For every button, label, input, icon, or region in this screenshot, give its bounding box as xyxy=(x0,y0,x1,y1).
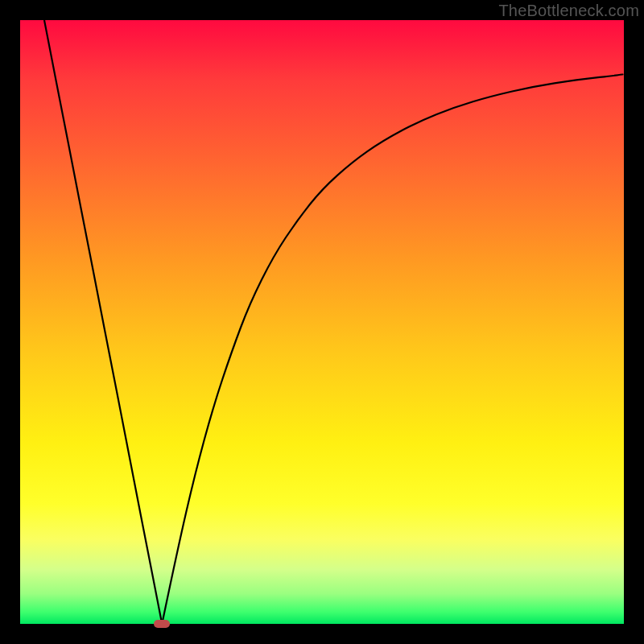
curve-right-branch xyxy=(162,75,624,625)
plot-area xyxy=(20,20,624,624)
minimum-marker xyxy=(154,620,170,628)
chart-frame: TheBottleneck.com xyxy=(0,0,644,644)
curve-left-branch xyxy=(44,20,162,624)
curve-layer xyxy=(20,20,624,624)
watermark-text: TheBottleneck.com xyxy=(498,2,639,20)
